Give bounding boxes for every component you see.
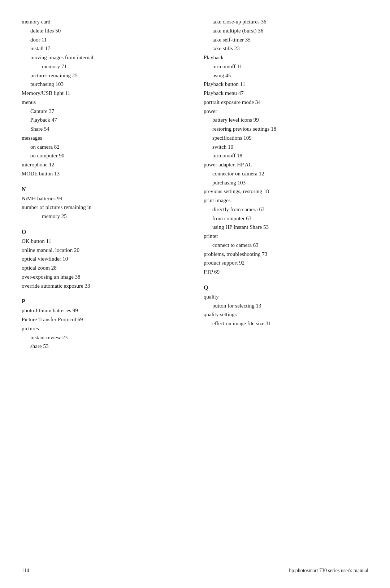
index-subterm: instant review 23 [22,333,186,342]
index-subterm: on computer 90 [22,151,186,160]
index-subterm: share 53 [22,342,186,351]
index-subterm: take close-up pictures 36 [204,17,368,26]
index-subterm: install 17 [22,44,186,53]
index-subterm: specifications 109 [204,134,368,143]
index-subterm: Capture 37 [22,107,186,116]
index-term: power adapter, HP AC [204,160,368,169]
index-subterm: directly from camera 63 [204,205,368,214]
section-letter: Q [204,284,368,291]
index-term: portrait exposure mode 34 [204,98,368,107]
section-letter: P [22,298,186,305]
index-term: pictures [22,324,186,333]
index-term: previous settings, restoring 18 [204,187,368,196]
book-title: hp photosmart 730 series user's manual [289,568,368,574]
index-term: OK button 11 [22,237,186,246]
index-term: quality settings [204,310,368,319]
index-subterm: take stills 23 [204,44,368,53]
index-term: Picture Transfer Protocol 69 [22,315,186,324]
index-subterm: battery level icons 99 [204,116,368,125]
index-columns: memory carddelete files 50door 11install… [22,17,368,351]
index-subterm: turn on/off 18 [204,151,368,160]
index-term: optical viewfinder 10 [22,254,186,263]
index-subterm: door 11 [22,35,186,44]
index-subterm: moving images from internal [22,53,186,62]
index-term: Playback button 11 [204,80,368,89]
index-term: optical zoom 28 [22,263,186,273]
index-subterm: delete files 50 [22,26,186,35]
index-subterm-deeper: memory 25 [22,212,186,221]
index-subterm: restoring previous settings 18 [204,125,368,134]
index-subterm-deeper: memory 71 [22,62,186,71]
index-term: microphone 12 [22,160,186,169]
index-term: power [204,107,368,116]
index-subterm: pictures remaining 25 [22,71,186,80]
index-term: quality [204,292,368,301]
index-term: Playback [204,53,368,62]
index-subterm: take multiple (burst) 36 [204,26,368,35]
index-subterm: using HP Instant Share 53 [204,223,368,232]
index-term: print images [204,196,368,205]
index-subterm: from computer 63 [204,214,368,223]
index-subterm: turn on/off 11 [204,62,368,71]
index-subterm: switch 10 [204,143,368,152]
index-term: problems, troubleshooting 73 [204,250,368,259]
section-letter: O [22,229,186,235]
index-term: product support 92 [204,258,368,267]
page-number: 114 [22,568,29,574]
index-term: number of pictures remaining in [22,203,186,212]
index-subterm: take self-timer 35 [204,35,368,44]
index-term: MODE button 13 [22,169,186,178]
index-term: override automatic exposure 33 [22,282,186,291]
index-term: Memory/USB light 11 [22,89,186,98]
index-subterm: purchasing 103 [204,178,368,187]
right-column: take close-up pictures 36take multiple (… [204,17,368,328]
index-subterm: on camera 82 [22,143,186,152]
index-term: messages [22,134,186,143]
index-subterm: Share 54 [22,125,186,134]
index-subterm: purchasing 103 [22,80,186,89]
left-column: memory carddelete files 50door 11install… [22,17,186,351]
index-subterm: using 45 [204,71,368,80]
page: memory carddelete files 50door 11install… [0,0,390,588]
page-footer: 114 hp photosmart 730 series user's manu… [22,568,368,574]
index-term: over-exposing an image 38 [22,273,186,282]
index-term: online manual, location 20 [22,246,186,255]
index-term: NiMH batteries 99 [22,194,186,203]
index-subterm: connector on camera 12 [204,169,368,178]
index-subterm: effect on image file size 31 [204,319,368,328]
index-term: photo-lithium batteries 99 [22,306,186,315]
index-subterm: Playback 47 [22,116,186,125]
index-term: PTP 69 [204,267,368,276]
index-term: menus [22,98,186,107]
index-subterm: connect to camera 63 [204,241,368,250]
section-letter: N [22,186,186,193]
index-term: Playback menu 47 [204,89,368,98]
index-term: printer [204,232,368,241]
index-subterm: button for selecting 13 [204,301,368,310]
index-term: memory card [22,17,186,26]
